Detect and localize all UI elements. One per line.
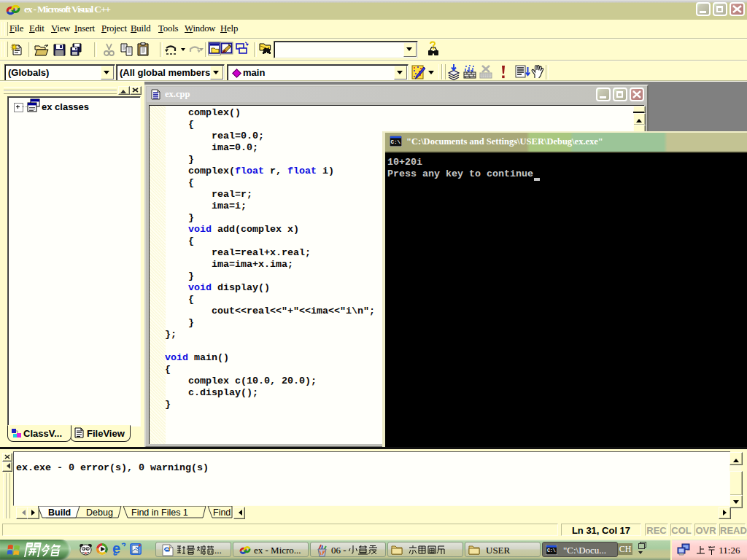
svg-text:Build: Build	[48, 508, 71, 518]
svg-text:Find in Files 1: Find in Files 1	[131, 508, 188, 518]
svg-text:C:\: C:\	[547, 548, 556, 553]
svg-text:Debug: Debug	[86, 508, 113, 518]
svg-text:C:\: C:\	[391, 139, 401, 145]
svg-text:Find: Find	[213, 508, 231, 518]
